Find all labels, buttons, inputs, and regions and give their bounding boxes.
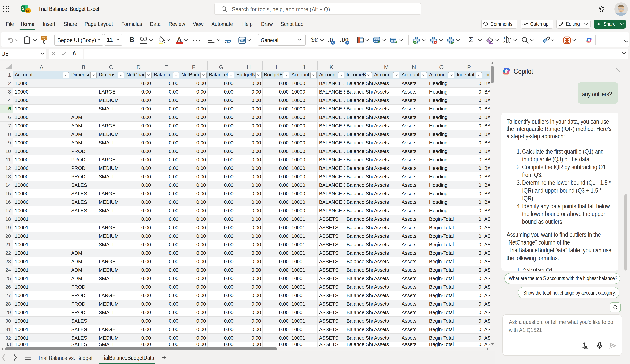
svg-text:A: A: [504, 36, 506, 40]
svg-text:X: X: [22, 7, 24, 11]
svg-text:DF: DF: [26, 9, 30, 12]
svg-text:Z: Z: [504, 40, 505, 44]
